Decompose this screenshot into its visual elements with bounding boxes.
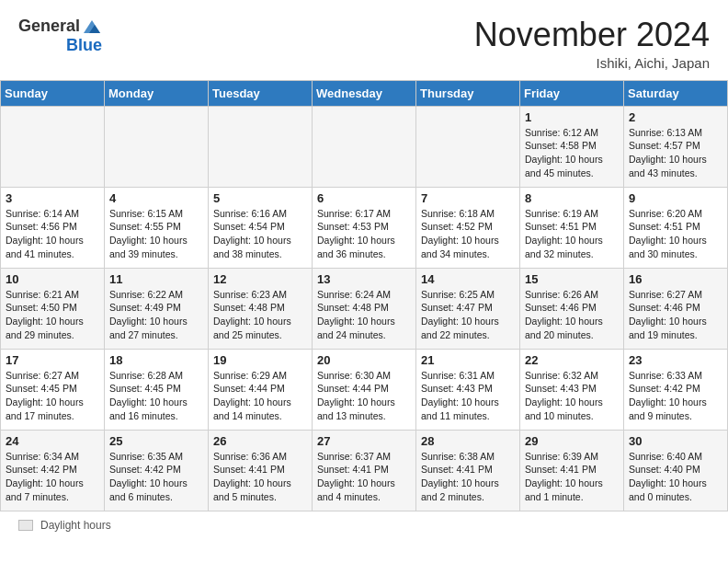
day-info: Sunrise: 6:13 AM Sunset: 4:57 PM Dayligh… <box>629 126 722 180</box>
calendar-day-header: Tuesday <box>209 80 313 106</box>
day-info: Sunrise: 6:17 AM Sunset: 4:53 PM Dayligh… <box>317 207 411 261</box>
calendar-cell: 11Sunrise: 6:22 AM Sunset: 4:49 PM Dayli… <box>105 268 209 349</box>
calendar-header-row: SundayMondayTuesdayWednesdayThursdayFrid… <box>1 80 728 106</box>
calendar-cell: 25Sunrise: 6:35 AM Sunset: 4:42 PM Dayli… <box>105 430 209 511</box>
day-info: Sunrise: 6:18 AM Sunset: 4:52 PM Dayligh… <box>421 207 515 261</box>
day-number: 3 <box>6 191 99 205</box>
day-number: 8 <box>525 191 619 205</box>
day-number: 19 <box>213 353 307 367</box>
calendar-cell: 17Sunrise: 6:27 AM Sunset: 4:45 PM Dayli… <box>1 349 105 430</box>
day-number: 30 <box>629 434 722 448</box>
day-info: Sunrise: 6:20 AM Sunset: 4:51 PM Dayligh… <box>629 207 722 261</box>
page-header: General Blue November 2024 Ishiki, Aichi… <box>0 0 728 80</box>
calendar-cell: 22Sunrise: 6:32 AM Sunset: 4:43 PM Dayli… <box>520 349 624 430</box>
day-number: 26 <box>213 434 307 448</box>
day-number: 17 <box>6 353 99 367</box>
day-number: 5 <box>213 191 307 205</box>
logo-general-text: General <box>18 17 80 36</box>
day-info: Sunrise: 6:27 AM Sunset: 4:46 PM Dayligh… <box>629 288 722 342</box>
day-info: Sunrise: 6:25 AM Sunset: 4:47 PM Dayligh… <box>421 288 515 342</box>
calendar-day-header: Friday <box>520 80 624 106</box>
calendar-day-header: Monday <box>105 80 209 106</box>
calendar-cell: 2Sunrise: 6:13 AM Sunset: 4:57 PM Daylig… <box>624 106 728 187</box>
calendar-cell: 27Sunrise: 6:37 AM Sunset: 4:41 PM Dayli… <box>313 430 416 511</box>
calendar-cell <box>105 106 209 187</box>
day-info: Sunrise: 6:37 AM Sunset: 4:41 PM Dayligh… <box>317 450 411 504</box>
day-number: 13 <box>317 272 411 286</box>
day-number: 28 <box>421 434 515 448</box>
calendar-cell: 28Sunrise: 6:38 AM Sunset: 4:41 PM Dayli… <box>416 430 520 511</box>
calendar-cell: 6Sunrise: 6:17 AM Sunset: 4:53 PM Daylig… <box>313 187 416 268</box>
calendar-cell: 14Sunrise: 6:25 AM Sunset: 4:47 PM Dayli… <box>416 268 520 349</box>
day-info: Sunrise: 6:33 AM Sunset: 4:42 PM Dayligh… <box>629 369 722 423</box>
location-text: Ishiki, Aichi, Japan <box>474 55 710 71</box>
logo: General Blue <box>18 17 102 55</box>
calendar-week-row: 3Sunrise: 6:14 AM Sunset: 4:56 PM Daylig… <box>1 187 728 268</box>
day-info: Sunrise: 6:34 AM Sunset: 4:42 PM Dayligh… <box>6 450 99 504</box>
calendar-cell: 15Sunrise: 6:26 AM Sunset: 4:46 PM Dayli… <box>520 268 624 349</box>
day-number: 23 <box>629 353 722 367</box>
day-info: Sunrise: 6:31 AM Sunset: 4:43 PM Dayligh… <box>421 369 515 423</box>
calendar-cell: 10Sunrise: 6:21 AM Sunset: 4:50 PM Dayli… <box>1 268 105 349</box>
day-info: Sunrise: 6:12 AM Sunset: 4:58 PM Dayligh… <box>525 126 619 180</box>
calendar-day-header: Saturday <box>624 80 728 106</box>
calendar-footer: Daylight hours <box>0 511 728 539</box>
day-number: 7 <box>421 191 515 205</box>
calendar-week-row: 1Sunrise: 6:12 AM Sunset: 4:58 PM Daylig… <box>1 106 728 187</box>
day-info: Sunrise: 6:15 AM Sunset: 4:55 PM Dayligh… <box>109 207 203 261</box>
day-info: Sunrise: 6:22 AM Sunset: 4:49 PM Dayligh… <box>109 288 203 342</box>
day-info: Sunrise: 6:30 AM Sunset: 4:44 PM Dayligh… <box>317 369 411 423</box>
day-number: 14 <box>421 272 515 286</box>
calendar-day-header: Thursday <box>416 80 520 106</box>
calendar-cell: 21Sunrise: 6:31 AM Sunset: 4:43 PM Dayli… <box>416 349 520 430</box>
day-number: 24 <box>6 434 99 448</box>
day-number: 9 <box>629 191 722 205</box>
calendar-cell: 3Sunrise: 6:14 AM Sunset: 4:56 PM Daylig… <box>1 187 105 268</box>
logo-blue-text: Blue <box>66 37 102 55</box>
day-number: 11 <box>109 272 203 286</box>
daylight-legend-box <box>18 520 33 531</box>
calendar-cell: 19Sunrise: 6:29 AM Sunset: 4:44 PM Dayli… <box>209 349 313 430</box>
day-info: Sunrise: 6:40 AM Sunset: 4:40 PM Dayligh… <box>629 450 722 504</box>
day-info: Sunrise: 6:14 AM Sunset: 4:56 PM Dayligh… <box>6 207 99 261</box>
calendar-cell <box>1 106 105 187</box>
calendar-week-row: 24Sunrise: 6:34 AM Sunset: 4:42 PM Dayli… <box>1 430 728 511</box>
calendar-cell: 23Sunrise: 6:33 AM Sunset: 4:42 PM Dayli… <box>624 349 728 430</box>
day-info: Sunrise: 6:23 AM Sunset: 4:48 PM Dayligh… <box>213 288 307 342</box>
calendar-week-row: 10Sunrise: 6:21 AM Sunset: 4:50 PM Dayli… <box>1 268 728 349</box>
calendar-cell: 13Sunrise: 6:24 AM Sunset: 4:48 PM Dayli… <box>313 268 416 349</box>
calendar-cell <box>313 106 416 187</box>
day-info: Sunrise: 6:21 AM Sunset: 4:50 PM Dayligh… <box>6 288 99 342</box>
day-info: Sunrise: 6:28 AM Sunset: 4:45 PM Dayligh… <box>109 369 203 423</box>
day-number: 1 <box>525 110 619 124</box>
calendar-cell: 9Sunrise: 6:20 AM Sunset: 4:51 PM Daylig… <box>624 187 728 268</box>
calendar-day-header: Wednesday <box>313 80 416 106</box>
day-info: Sunrise: 6:32 AM Sunset: 4:43 PM Dayligh… <box>525 369 619 423</box>
day-info: Sunrise: 6:35 AM Sunset: 4:42 PM Dayligh… <box>109 450 203 504</box>
calendar-cell: 16Sunrise: 6:27 AM Sunset: 4:46 PM Dayli… <box>624 268 728 349</box>
day-info: Sunrise: 6:19 AM Sunset: 4:51 PM Dayligh… <box>525 207 619 261</box>
title-block: November 2024 Ishiki, Aichi, Japan <box>474 17 710 71</box>
calendar-cell: 1Sunrise: 6:12 AM Sunset: 4:58 PM Daylig… <box>520 106 624 187</box>
calendar-cell: 26Sunrise: 6:36 AM Sunset: 4:41 PM Dayli… <box>209 430 313 511</box>
day-info: Sunrise: 6:39 AM Sunset: 4:41 PM Dayligh… <box>525 450 619 504</box>
day-info: Sunrise: 6:38 AM Sunset: 4:41 PM Dayligh… <box>421 450 515 504</box>
day-number: 21 <box>421 353 515 367</box>
day-number: 22 <box>525 353 619 367</box>
calendar-cell: 24Sunrise: 6:34 AM Sunset: 4:42 PM Dayli… <box>1 430 105 511</box>
day-number: 4 <box>109 191 203 205</box>
day-info: Sunrise: 6:16 AM Sunset: 4:54 PM Dayligh… <box>213 207 307 261</box>
day-number: 2 <box>629 110 722 124</box>
day-number: 6 <box>317 191 411 205</box>
day-number: 12 <box>213 272 307 286</box>
logo-icon <box>82 17 102 37</box>
day-number: 29 <box>525 434 619 448</box>
day-info: Sunrise: 6:24 AM Sunset: 4:48 PM Dayligh… <box>317 288 411 342</box>
month-title: November 2024 <box>474 17 710 53</box>
calendar-cell <box>209 106 313 187</box>
calendar-cell: 30Sunrise: 6:40 AM Sunset: 4:40 PM Dayli… <box>624 430 728 511</box>
calendar-cell: 8Sunrise: 6:19 AM Sunset: 4:51 PM Daylig… <box>520 187 624 268</box>
day-info: Sunrise: 6:29 AM Sunset: 4:44 PM Dayligh… <box>213 369 307 423</box>
calendar-cell: 20Sunrise: 6:30 AM Sunset: 4:44 PM Dayli… <box>313 349 416 430</box>
calendar-cell: 29Sunrise: 6:39 AM Sunset: 4:41 PM Dayli… <box>520 430 624 511</box>
